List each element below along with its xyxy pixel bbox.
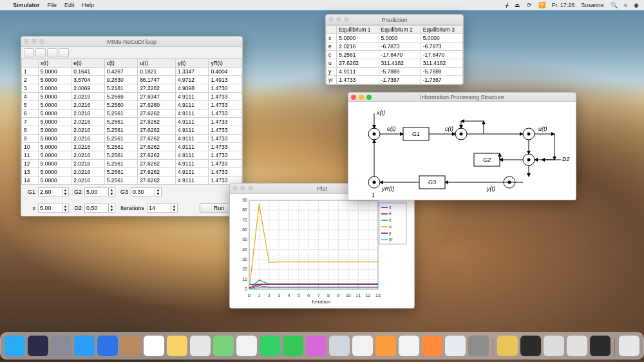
input-g1[interactable]: ▲▼ — [38, 187, 69, 196]
status-icon-2[interactable]: ⏏ — [515, 2, 520, 8]
loop-col-header[interactable]: x(t) — [38, 59, 71, 68]
dock-trash[interactable] — [619, 336, 639, 356]
table-row[interactable]: 15.00000.16410.42670.18211.33470.4004 — [22, 68, 242, 76]
prediction-traffic-lights[interactable] — [328, 17, 349, 22]
dock-pages[interactable] — [375, 336, 396, 356]
dock-xtra4[interactable] — [567, 336, 587, 356]
svg-text:60: 60 — [242, 227, 247, 232]
dock-reminders[interactable] — [190, 336, 211, 356]
dock-calendar[interactable] — [144, 336, 164, 356]
prediction-titlebar[interactable]: Prediction — [326, 15, 463, 25]
loop-col-header[interactable]: e(t) — [71, 59, 104, 68]
table-row[interactable]: 135.00002.02165.256127.62624.91111.4733 — [22, 168, 242, 176]
menubar-extra-1[interactable]: ≡ — [624, 2, 627, 8]
table-row[interactable]: 65.00002.02165.256127.62624.91111.4733 — [22, 110, 242, 118]
toolbar-button-1[interactable] — [24, 48, 34, 57]
label-d2: D2 — [71, 205, 82, 211]
menubar-extra-2[interactable]: ◉ — [634, 2, 639, 8]
dock-finder[interactable] — [5, 336, 25, 356]
pred-col-header[interactable]: Equilibrium 1 — [337, 26, 379, 34]
dock-xtra2[interactable] — [520, 336, 541, 356]
dock-mail[interactable] — [97, 336, 118, 356]
table-row[interactable]: 95.00002.02165.256127.62624.91111.4733 — [22, 135, 242, 143]
table-row[interactable]: 55.00002.02165.256027.62604.91111.4733 — [22, 101, 242, 110]
dock-itunes[interactable] — [399, 336, 419, 356]
svg-text:70: 70 — [242, 218, 247, 222]
table-row[interactable]: yr1.4733-1.7367-1.7367 — [327, 76, 463, 84]
dock-contacts[interactable] — [120, 336, 141, 356]
svg-text:30: 30 — [242, 257, 247, 262]
input-iterations[interactable]: ▲▼ — [147, 204, 178, 213]
menu-file[interactable]: File — [48, 2, 57, 8]
dock-xtra5[interactable] — [590, 336, 611, 356]
input-g2[interactable]: ▲▼ — [84, 187, 115, 196]
pred-col-header[interactable] — [327, 26, 337, 34]
menubar-user[interactable]: Susanne — [581, 2, 604, 8]
svg-text:G1: G1 — [412, 131, 420, 137]
table-row[interactable]: c5.2561-17.6470-17.6470 — [327, 51, 463, 59]
table-row[interactable]: 145.00002.02165.256127.62624.91111.4733 — [22, 176, 242, 185]
dock-notes[interactable] — [167, 336, 187, 356]
table-row[interactable]: 35.00002.00695.218127.22824.90981.4730 — [22, 84, 242, 93]
menubar-app-name[interactable]: Simulator — [13, 2, 40, 8]
loop-col-header[interactable]: yR(t) — [209, 59, 242, 68]
svg-text:5: 5 — [298, 293, 300, 298]
dock-launchpad[interactable] — [51, 336, 71, 356]
dock-xtra3[interactable] — [544, 336, 564, 356]
menubar: Simulator File Edit Help ᚋ ⏏ ⟳ 🛜 Fr. 17:… — [0, 0, 644, 10]
status-icon-3[interactable]: ⟳ — [527, 2, 532, 8]
dock-shortcuts[interactable] — [306, 336, 327, 356]
table-row[interactable]: e2.0216-6.7873-6.7873 — [327, 43, 463, 51]
table-row[interactable]: x5.00005.00005.0000 — [327, 34, 463, 43]
toolbar-button-3[interactable] — [47, 48, 57, 57]
svg-rect-49 — [379, 203, 406, 244]
menu-help[interactable]: Help — [82, 2, 95, 8]
dock-safari[interactable] — [74, 336, 95, 356]
input-x[interactable]: ▲▼ — [38, 204, 69, 213]
table-row[interactable]: 45.00002.02195.256927.63474.91111.4733 — [22, 93, 242, 101]
spotlight-icon[interactable]: 🔍 — [611, 2, 618, 8]
diagram-traffic-lights[interactable] — [351, 95, 372, 100]
diagram-title: Information Processing Structure — [420, 94, 504, 100]
toolbar-button-4[interactable] — [59, 48, 69, 57]
table-row[interactable]: y4.9111-5.7889-5.7889 — [327, 68, 463, 76]
input-d2[interactable]: ▲▼ — [84, 204, 115, 213]
table-row[interactable]: 75.00002.02165.256127.62624.91111.4733 — [22, 118, 242, 126]
dock-photos[interactable] — [236, 336, 257, 356]
prediction-title: Prediction — [381, 17, 407, 23]
pred-col-header[interactable]: Equilibrium 3 — [421, 26, 462, 34]
table-row[interactable]: u27.6262311.4182311.4182 — [327, 59, 463, 68]
dock-ibooks[interactable] — [422, 336, 442, 356]
dock-appstore[interactable] — [445, 336, 466, 356]
dock-maps[interactable] — [213, 336, 234, 356]
table-row[interactable]: 25.00003.57049.283086.17474.97121.4913 — [22, 76, 242, 84]
loop-traffic-lights[interactable] — [24, 39, 44, 44]
wifi-icon[interactable]: 🛜 — [538, 2, 545, 8]
svg-text:1: 1 — [258, 293, 260, 298]
toolbar-button-2[interactable] — [35, 48, 46, 57]
table-row[interactable]: 85.00002.02165.256127.62624.91111.4733 — [22, 126, 242, 135]
menu-edit[interactable]: Edit — [64, 2, 75, 8]
status-icon-1[interactable]: ᚋ — [506, 2, 508, 8]
dock-messages[interactable] — [260, 336, 280, 356]
svg-point-63 — [373, 133, 376, 136]
loop-col-header[interactable] — [22, 59, 39, 68]
dock-preferences[interactable] — [468, 336, 489, 356]
table-row[interactable]: 125.00002.02165.256127.62624.91111.4733 — [22, 160, 242, 168]
dock-facetime[interactable] — [283, 336, 303, 356]
loop-col-header[interactable]: u(t) — [138, 59, 176, 68]
input-g3[interactable]: ▲▼ — [131, 187, 162, 196]
loop-titlebar[interactable]: MIMe-NoCoDI loop — [21, 37, 242, 47]
table-row[interactable]: 105.00002.02165.256127.62624.91111.4733 — [22, 143, 242, 151]
dock-textedit[interactable] — [329, 336, 350, 356]
table-row[interactable]: 115.00002.02165.256127.62624.91111.4733 — [22, 151, 242, 160]
diagram-titlebar[interactable]: Information Processing Structure — [348, 93, 576, 102]
loop-col-header[interactable]: y(t) — [176, 59, 209, 68]
loop-col-header[interactable]: c(t) — [104, 59, 137, 68]
pred-col-header[interactable]: Equilibrium 2 — [379, 26, 421, 34]
dock-siri[interactable] — [28, 336, 48, 356]
dock-numbers[interactable] — [352, 336, 373, 356]
plot-traffic-lights[interactable] — [232, 186, 253, 191]
menubar-clock[interactable]: Fr. 17:28 — [552, 2, 575, 8]
dock-xtra1[interactable] — [497, 336, 518, 356]
